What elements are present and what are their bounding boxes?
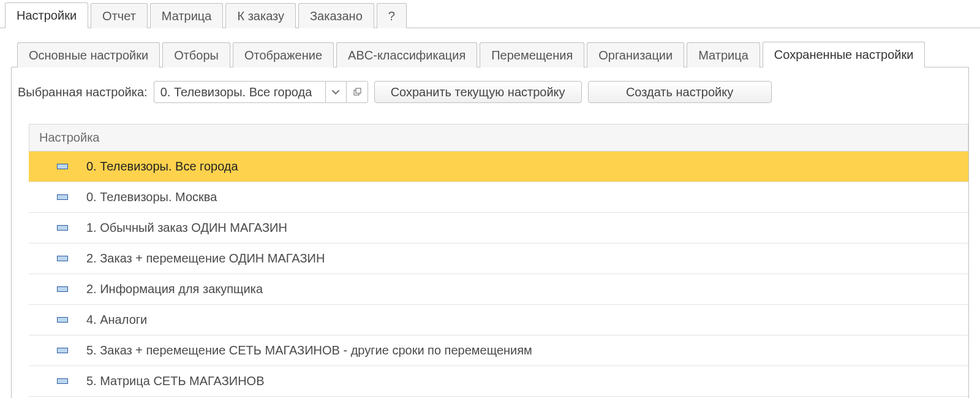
tab-secondary-3[interactable]: ABC-классификация <box>336 42 477 67</box>
list-item-label: 1. Обычный заказ ОДИН МАГАЗИН <box>86 221 287 235</box>
settings-list-header[interactable]: Настройка <box>29 124 968 151</box>
tab-secondary-7[interactable]: Сохраненные настройки <box>763 42 925 67</box>
create-setting-button[interactable]: Создать настройку <box>588 81 772 103</box>
tab-primary-label: Заказано <box>310 9 363 23</box>
tab-primary-3[interactable]: К заказу <box>225 3 296 28</box>
setting-item-icon <box>57 286 68 292</box>
list-item[interactable]: 4. Аналоги <box>29 305 968 335</box>
selected-setting-select[interactable]: 0. Телевизоры. Все города <box>154 81 368 103</box>
tab-secondary-label: Основные настройки <box>29 48 148 62</box>
list-item-label: 4. Аналоги <box>86 313 147 327</box>
save-current-setting-button[interactable]: Сохранить текущую настройку <box>374 81 582 103</box>
setting-item-icon <box>57 256 68 261</box>
list-item-label: 2. Заказ + перемещение ОДИН МАГАЗИН <box>86 251 325 266</box>
settings-list-rows: 0. Телевизоры. Все города0. Телевизоры. … <box>29 151 968 397</box>
setting-item-icon <box>57 164 68 169</box>
tabs-primary: НастройкиОтчетМатрицаК заказуЗаказано? <box>0 0 980 28</box>
tab-primary-label: Настройки <box>17 9 77 22</box>
list-item[interactable]: 5. Заказ + перемещение СЕТЬ МАГАЗИНОВ - … <box>29 335 968 366</box>
open-dialog-icon[interactable] <box>347 82 368 102</box>
tab-primary-1[interactable]: Отчет <box>91 3 148 28</box>
setting-item-icon <box>57 225 68 231</box>
tab-secondary-6[interactable]: Матрица <box>687 42 760 67</box>
list-item[interactable]: 1. Обычный заказ ОДИН МАГАЗИН <box>29 213 968 243</box>
tab-secondary-5[interactable]: Организации <box>587 42 684 67</box>
list-item-label: 5. Заказ + перемещение СЕТЬ МАГАЗИНОВ - … <box>86 343 532 358</box>
setting-item-icon <box>57 194 68 200</box>
tab-secondary-2[interactable]: Отображение <box>233 42 334 67</box>
tabs-secondary: Основные настройкиОтборыОтображениеABC-к… <box>11 39 969 67</box>
tab-secondary-label: Отображение <box>244 48 322 62</box>
tab-secondary-0[interactable]: Основные настройки <box>17 42 160 67</box>
tab-secondary-label: Отборы <box>174 48 219 62</box>
dropdown-caret-icon[interactable] <box>326 82 347 102</box>
save-current-setting-label: Сохранить текущую настройку <box>391 85 565 99</box>
create-setting-label: Создать настройку <box>626 85 733 99</box>
tab-secondary-label: ABC-классификация <box>348 48 466 62</box>
list-item-label: 0. Телевизоры. Москва <box>86 190 217 204</box>
selected-setting-value: 0. Телевизоры. Все города <box>154 82 326 102</box>
list-item-label: 5. Матрица СЕТЬ МАГАЗИНОВ <box>86 374 264 388</box>
tab-primary-label: Матрица <box>162 9 212 23</box>
tab-secondary-1[interactable]: Отборы <box>162 42 230 67</box>
tab-primary-label: К заказу <box>237 9 284 23</box>
svg-rect-1 <box>356 88 361 93</box>
list-item[interactable]: 2. Информация для закупщика <box>29 274 968 305</box>
tab-secondary-4[interactable]: Перемещения <box>480 42 584 67</box>
list-item[interactable]: 5. Матрица СЕТЬ МАГАЗИНОВ <box>29 366 968 397</box>
tab-secondary-label: Организации <box>598 48 673 62</box>
tab-primary-label: ? <box>388 9 395 23</box>
list-item[interactable]: 2. Заказ + перемещение ОДИН МАГАЗИН <box>29 243 968 274</box>
tab-secondary-label: Сохраненные настройки <box>774 48 914 61</box>
setting-item-icon <box>57 348 68 353</box>
list-item-label: 0. Телевизоры. Все города <box>86 159 238 174</box>
selected-setting-label: Выбранная настройка: <box>18 85 148 99</box>
list-item[interactable]: 0. Телевизоры. Все города <box>29 151 968 182</box>
toolbar: Выбранная настройка: 0. Телевизоры. Все … <box>11 67 969 117</box>
setting-item-icon <box>57 317 68 323</box>
setting-item-icon <box>57 378 68 384</box>
tab-primary-5[interactable]: ? <box>377 3 407 28</box>
tab-primary-4[interactable]: Заказано <box>298 3 374 28</box>
settings-list-area: Настройка 0. Телевизоры. Все города0. Те… <box>11 117 969 398</box>
list-item-label: 2. Информация для закупщика <box>86 282 263 296</box>
tab-secondary-label: Перемещения <box>491 48 573 62</box>
list-item[interactable]: 0. Телевизоры. Москва <box>29 182 968 213</box>
tab-primary-2[interactable]: Матрица <box>150 3 224 28</box>
settings-list-header-label: Настройка <box>39 131 99 145</box>
tab-primary-0[interactable]: Настройки <box>5 2 88 28</box>
tab-primary-label: Отчет <box>102 9 136 23</box>
tab-secondary-label: Матрица <box>698 48 748 62</box>
